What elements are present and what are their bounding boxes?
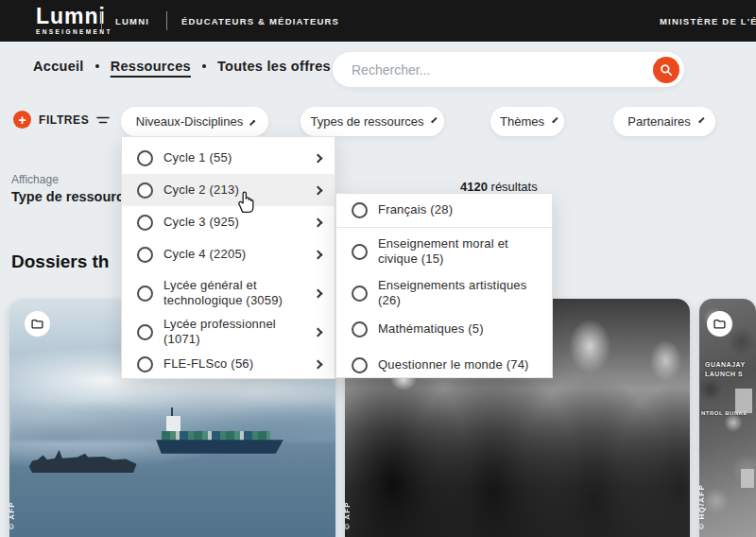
nav-item-toutes-les-offres[interactable]: Toutes les offres [217, 59, 331, 74]
chevron-right-icon [314, 153, 323, 163]
top-header: Lumni ENSEIGNEMENT LUMNI ÉDUCATEURS & MÉ… [0, 0, 756, 42]
filter-pill-partenaires[interactable]: Partenaires [613, 107, 715, 136]
levels-menu-item-lycee-general[interactable]: Lycée général et technologique (3059) [122, 270, 335, 316]
radio-icon[interactable] [352, 286, 368, 302]
menu-item-label: Cycle 4 (2205) [163, 247, 315, 262]
discipline-item-questionner-le-monde[interactable]: Questionner le monde (74) [336, 347, 552, 383]
header-link-educateurs[interactable]: ÉDUCATEURS & MÉDIATEURS [181, 16, 339, 26]
results-word: résultats [491, 180, 538, 194]
chevron-right-icon [314, 359, 323, 369]
filter-pill-label: Niveaux-Disciplines [136, 114, 243, 129]
radio-icon[interactable] [352, 202, 368, 218]
folder-badge [25, 311, 50, 337]
levels-menu-item-cycle4[interactable]: Cycle 4 (2205) [122, 238, 335, 270]
header-ministry-text[interactable]: MINISTÈRE DE L'ÉDUCA [660, 16, 756, 26]
photo-credit: © AFP [9, 501, 16, 529]
breadcrumb: Accueil Ressources Toutes les offres [33, 59, 331, 74]
folder-icon [713, 319, 726, 329]
filter-pill-label: Types de ressources [311, 114, 424, 129]
chevron-right-icon [314, 250, 323, 259]
menu-item-label: Lycée général et technologique (3059) [163, 278, 315, 309]
radio-icon[interactable] [137, 324, 153, 340]
radio-icon[interactable] [137, 182, 153, 199]
levels-menu-item-fle-flsco[interactable]: FLE-FLSco (56) [122, 348, 335, 380]
filter-tune-icon [96, 114, 110, 126]
results-number: 4120 [460, 180, 488, 194]
menu-item-label: Mathématiques (5) [378, 321, 539, 337]
results-count: 4120 résultats [460, 180, 538, 194]
radio-icon[interactable] [137, 286, 153, 302]
filters-label: FILTRES [39, 113, 89, 127]
radio-icon[interactable] [137, 356, 153, 372]
filter-pill-types-de-ressources[interactable]: Types de ressources [301, 107, 444, 136]
satellite-annotation: LAUNCH S [705, 371, 743, 377]
search-input[interactable] [352, 62, 635, 78]
discipline-item-francais[interactable]: Français (28) [336, 194, 552, 228]
chevron-down-icon [552, 117, 558, 123]
cycle2-disciplines-submenu: Français (28) Enseignement moral et civi… [335, 193, 553, 378]
radio-icon[interactable] [352, 357, 368, 373]
page: Lumni ENSEIGNEMENT LUMNI ÉDUCATEURS & MÉ… [0, 0, 756, 537]
levels-menu-item-cycle2[interactable]: Cycle 2 (213) [122, 174, 335, 206]
levels-menu-item-lycee-professionnel[interactable]: Lycée professionnel (1071) [122, 316, 335, 348]
discipline-item-mathematiques[interactable]: Mathématiques (5) [336, 311, 552, 347]
menu-item-label: Cycle 1 (55) [163, 150, 315, 165]
section-title: Dossiers th [11, 251, 109, 272]
display-type-value: Type de ressourc [11, 189, 124, 204]
chevron-up-icon [249, 120, 255, 126]
radio-icon[interactable] [352, 244, 368, 260]
radio-icon[interactable] [137, 215, 153, 231]
search-button[interactable] [653, 57, 679, 83]
display-label: Affichage [11, 173, 59, 186]
menu-item-label: FLE-FLSco (56) [163, 356, 315, 372]
levels-menu-item-cycle1[interactable]: Cycle 1 (55) [122, 142, 335, 174]
menu-item-label: Enseignement moral et civique (15) [378, 236, 539, 268]
chevron-down-icon [698, 117, 704, 123]
header-link-lumni[interactable]: LUMNI [115, 16, 149, 26]
chevron-right-icon [314, 327, 323, 337]
folder-badge [707, 311, 732, 337]
filter-pill-themes[interactable]: Thèmes [490, 107, 564, 136]
menu-item-label: Enseignements artistiques (26) [378, 278, 539, 309]
cursor-hand-icon [233, 188, 258, 218]
filters-toggle[interactable]: + FILTRES [13, 111, 110, 129]
radio-icon[interactable] [352, 321, 368, 338]
photo-credit: © AFP [345, 501, 352, 529]
nav-separator-dot [202, 64, 206, 68]
nav-item-ressources[interactable]: Ressources [111, 59, 191, 74]
plus-icon: + [13, 111, 31, 129]
photo-credit: © HQ/AFP [699, 484, 706, 529]
filter-pill-niveaux-disciplines[interactable]: Niveaux-Disciplines [121, 107, 268, 136]
header-divider [101, 11, 102, 30]
radio-icon[interactable] [137, 247, 153, 263]
chevron-down-icon [432, 117, 438, 123]
niveaux-disciplines-menu: Cycle 1 (55) Cycle 2 (213) Cycle 3 (925)… [121, 136, 335, 379]
nav-item-accueil[interactable]: Accueil [33, 59, 84, 74]
levels-menu-item-cycle3[interactable]: Cycle 3 (925) [122, 206, 335, 238]
radio-icon[interactable] [137, 150, 153, 166]
cargo-ship-art [156, 425, 284, 454]
chevron-right-icon [314, 185, 323, 195]
nav-separator-dot [95, 64, 99, 68]
header-divider [166, 11, 167, 30]
discipline-item-arts[interactable]: Enseignements artistiques (26) [336, 275, 552, 311]
search-bar [333, 52, 684, 87]
chevron-right-icon [314, 217, 323, 227]
menu-item-label: Lycée professionnel (1071) [163, 317, 315, 348]
menu-item-label: Français (28) [378, 202, 539, 217]
discipline-item-emc[interactable]: Enseignement moral et civique (15) [336, 228, 552, 275]
filter-pill-label: Thèmes [500, 114, 544, 129]
folder-icon [31, 319, 43, 329]
chevron-right-icon [314, 288, 323, 298]
menu-item-label: Questionner le monde (74) [378, 357, 539, 372]
filter-pill-label: Partenaires [627, 114, 690, 129]
satellite-annotation: GUANAJAY [705, 361, 746, 368]
search-icon [660, 63, 673, 77]
resource-card-satellite[interactable]: GUANAJAY LAUNCH S NTROL BUNKE © HQ/AFP [699, 299, 756, 537]
